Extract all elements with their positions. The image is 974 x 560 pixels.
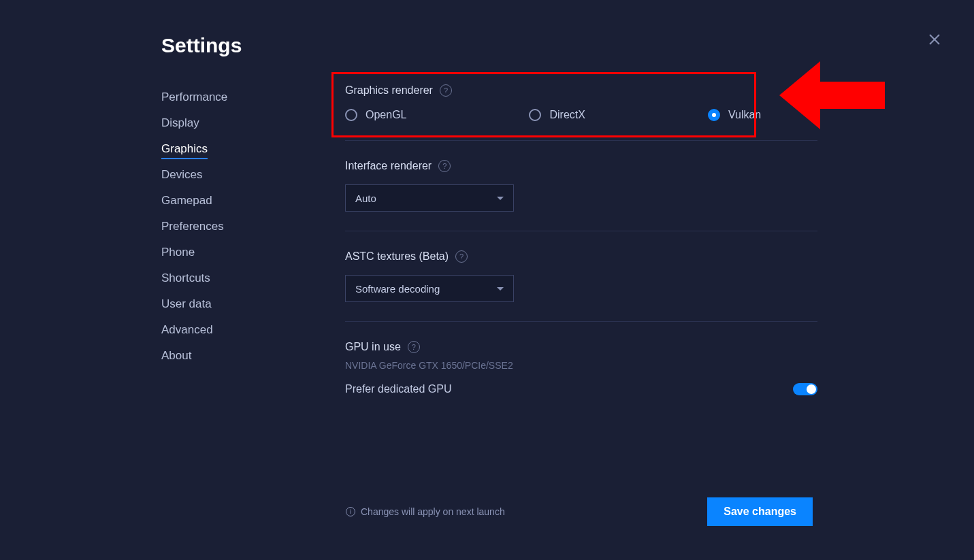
radio-circle-icon bbox=[345, 109, 357, 121]
close-button[interactable] bbox=[929, 33, 940, 48]
sidebar-item-label: Devices bbox=[161, 168, 202, 181]
sidebar-item-advanced[interactable]: Advanced bbox=[161, 317, 311, 343]
gpu-label: GPU in use bbox=[345, 341, 401, 353]
sidebar-item-label: Phone bbox=[161, 246, 195, 259]
astc-textures-label: ASTC textures (Beta) bbox=[345, 250, 449, 263]
sidebar-item-label: Graphics bbox=[161, 142, 208, 159]
prefer-dedicated-gpu-toggle[interactable] bbox=[793, 383, 817, 395]
notice-text: Changes will apply on next launch bbox=[361, 506, 505, 517]
sidebar-item-display[interactable]: Display bbox=[161, 110, 311, 136]
sidebar-item-label: Display bbox=[161, 116, 199, 129]
astc-textures-dropdown[interactable]: Software decoding bbox=[345, 275, 514, 302]
interface-renderer-section: Interface renderer ? Auto bbox=[345, 160, 817, 231]
sidebar: Performance Display Graphics Devices Gam… bbox=[161, 84, 311, 433]
interface-renderer-label: Interface renderer bbox=[345, 160, 432, 172]
sidebar-item-graphics[interactable]: Graphics bbox=[161, 136, 311, 162]
footer: i Changes will apply on next launch Save… bbox=[346, 497, 813, 526]
sidebar-item-shortcuts[interactable]: Shortcuts bbox=[161, 265, 311, 291]
sidebar-item-label: Shortcuts bbox=[161, 271, 210, 284]
launch-notice: i Changes will apply on next launch bbox=[346, 506, 505, 517]
astc-textures-section: ASTC textures (Beta) ? Software decoding bbox=[345, 250, 817, 322]
graphics-renderer-section: Graphics renderer ? OpenGL DirectX Vulka… bbox=[345, 84, 817, 141]
sidebar-item-devices[interactable]: Devices bbox=[161, 162, 311, 188]
graphics-renderer-label: Graphics renderer bbox=[345, 84, 433, 97]
gpu-info-text: NVIDIA GeForce GTX 1650/PCIe/SSE2 bbox=[345, 360, 817, 371]
sidebar-item-phone[interactable]: Phone bbox=[161, 240, 311, 265]
sidebar-item-label: Gamepad bbox=[161, 194, 212, 207]
help-icon[interactable]: ? bbox=[438, 160, 451, 172]
radio-circle-icon bbox=[529, 109, 541, 121]
interface-renderer-dropdown[interactable]: Auto bbox=[345, 184, 514, 212]
help-icon[interactable]: ? bbox=[408, 341, 420, 353]
help-icon[interactable]: ? bbox=[440, 84, 452, 97]
sidebar-item-label: Preferences bbox=[161, 220, 224, 233]
close-icon bbox=[929, 34, 940, 45]
radio-label: DirectX bbox=[549, 109, 585, 121]
sidebar-item-label: Advanced bbox=[161, 323, 213, 336]
radio-opengl[interactable]: OpenGL bbox=[345, 109, 406, 121]
radio-vulkan[interactable]: Vulkan bbox=[708, 109, 761, 121]
gpu-section: GPU in use ? NVIDIA GeForce GTX 1650/PCI… bbox=[345, 341, 817, 414]
page-title: Settings bbox=[161, 34, 817, 57]
info-icon: i bbox=[346, 507, 355, 516]
dropdown-value: Auto bbox=[355, 193, 376, 204]
chevron-down-icon bbox=[497, 287, 504, 291]
radio-label: Vulkan bbox=[728, 109, 761, 121]
sidebar-item-label: User data bbox=[161, 297, 212, 310]
sidebar-item-preferences[interactable]: Preferences bbox=[161, 214, 311, 240]
radio-circle-selected-icon bbox=[708, 109, 720, 121]
main-panel: Graphics renderer ? OpenGL DirectX Vulka… bbox=[345, 84, 817, 433]
help-icon[interactable]: ? bbox=[455, 250, 468, 263]
dropdown-value: Software decoding bbox=[355, 283, 440, 295]
radio-label: OpenGL bbox=[366, 109, 406, 121]
sidebar-item-gamepad[interactable]: Gamepad bbox=[161, 188, 311, 214]
save-changes-button[interactable]: Save changes bbox=[707, 497, 813, 526]
radio-directx[interactable]: DirectX bbox=[529, 109, 585, 121]
sidebar-item-label: About bbox=[161, 349, 191, 362]
sidebar-item-label: Performance bbox=[161, 90, 227, 103]
sidebar-item-performance[interactable]: Performance bbox=[161, 84, 311, 110]
sidebar-item-about[interactable]: About bbox=[161, 343, 311, 369]
chevron-down-icon bbox=[497, 197, 504, 200]
sidebar-item-user-data[interactable]: User data bbox=[161, 291, 311, 317]
prefer-dedicated-gpu-label: Prefer dedicated GPU bbox=[345, 383, 452, 395]
